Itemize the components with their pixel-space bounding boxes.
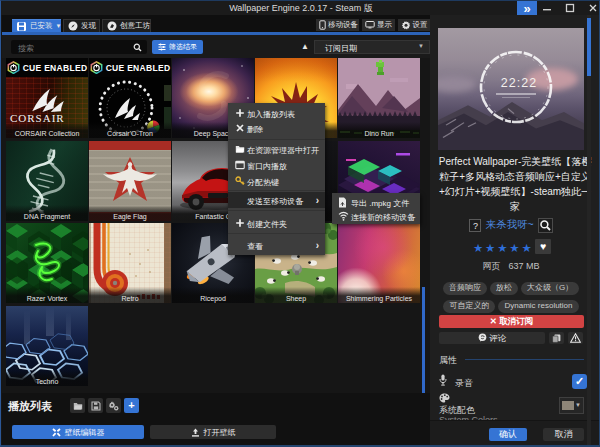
copy-button[interactable] <box>549 332 564 344</box>
sort-ascending-button[interactable]: ▲ <box>298 40 312 54</box>
playlist-open-folder-button[interactable] <box>70 398 85 413</box>
audio-option-row: 录音 ✓ <box>439 374 584 390</box>
color-picker-dropdown[interactable]: ▼ <box>559 397 584 414</box>
tag-pill[interactable]: 放松 <box>490 282 518 295</box>
rating-stars[interactable]: ★★★★★ <box>473 241 534 255</box>
playlist-settings-button[interactable] <box>106 398 121 413</box>
report-button[interactable] <box>568 332 583 344</box>
cancel-button[interactable]: 取消 <box>543 428 584 441</box>
wifi-icon <box>338 211 348 221</box>
color-dropdown-arrow-icon: ▼ <box>575 402 581 408</box>
playlist-section: 播放列表 + <box>2 393 430 421</box>
wallpaper-tile-eagle-flag[interactable]: Eagle Flag <box>89 141 171 221</box>
mobile-device-button[interactable]: 移动设备 <box>316 19 359 31</box>
tag-pill[interactable]: 大众级（G） <box>521 282 579 295</box>
audio-option-label: 录音 <box>455 377 473 390</box>
tag-list: 音频响应放松大众级（G） 可自定义的Dynamic resolution <box>430 277 592 313</box>
author-search-button[interactable] <box>538 218 553 233</box>
tile-label: Dino Run <box>338 122 420 138</box>
wallpaper-tile-corsair-collection[interactable]: CUE ENABLED CORSAIR CORSAIR Collection <box>6 58 88 138</box>
menu-item-label-add-to-playlist: 加入播放列表 <box>247 109 295 120</box>
tab-installed[interactable]: 已安装 ▼ <box>12 19 61 32</box>
favorite-button[interactable]: ♥ <box>535 239 551 254</box>
open-wallpaper-label: 打开壁纸 <box>204 427 236 438</box>
tile-label: Ricepod <box>172 287 254 303</box>
menu-item-delete[interactable]: 删除 <box>228 121 325 136</box>
app-window: Wallpaper Engine 2.0.17 - Steam 版 » 已安装 … <box>0 0 600 447</box>
playlist-save-button[interactable] <box>88 398 103 413</box>
menu-item-view[interactable]: 查看 › <box>228 238 325 253</box>
confirm-button[interactable]: 确认 <box>489 428 527 441</box>
filter-results-button[interactable]: 筛选结果 <box>152 40 203 54</box>
comment-button[interactable]: 评论 <box>439 332 545 344</box>
author-link[interactable]: 来杀我呀~ <box>485 218 533 232</box>
window-icon <box>235 160 245 170</box>
display-button[interactable]: 显示 <box>362 19 395 31</box>
wallpaper-tile-retro[interactable]: Retro <box>89 223 171 303</box>
menu-item-label-view: 查看 <box>247 241 263 252</box>
tag-pill[interactable]: Dynamic resolution <box>498 300 578 313</box>
syscolor-option-row: 系统配色 System Colors ▼ <box>439 393 584 421</box>
tab-discover[interactable]: 发现 <box>63 19 100 32</box>
search-input[interactable]: 搜索 <box>11 40 147 54</box>
playlist-add-button[interactable]: + <box>124 398 139 413</box>
cue-enabled-badge: CUE ENABLED <box>89 58 171 77</box>
menu-separator <box>228 139 325 140</box>
sidebar-scrollbar[interactable] <box>587 15 591 447</box>
wallpaper-tile-razer-vortex[interactable]: Razer Vortex <box>6 223 88 303</box>
close-button[interactable] <box>586 1 600 15</box>
settings-label: 设置 <box>413 20 428 30</box>
wallpaper-editor-label: 壁纸编辑器 <box>65 427 105 438</box>
menu-item-label-assign-hotkey: 分配热键 <box>247 177 279 188</box>
wallpaper-preview[interactable]: 22:22 <box>438 28 584 150</box>
maximize-button[interactable] <box>563 1 577 15</box>
grid-scrollbar-thumb[interactable] <box>422 287 425 393</box>
menu-item-play-in-window[interactable]: 窗口内播放 <box>228 158 325 173</box>
tile-label: CORSAIR Collection <box>6 122 88 138</box>
installed-icon <box>16 21 27 32</box>
submenu-item-export-mpkg[interactable]: 导出 .mpkg 文件 <box>332 195 420 209</box>
wallpaper-tile-corsair-o-tron[interactable]: CUE ENABLED Corsair'O-Tron <box>89 58 171 138</box>
sort-dropdown[interactable]: 订阅日期 ▼ <box>314 40 430 54</box>
minimize-button[interactable] <box>540 1 554 15</box>
menu-item-assign-hotkey[interactable]: 分配热键 <box>228 174 325 189</box>
cue-enabled-badge: CUE ENABLED <box>6 58 88 77</box>
settings-button[interactable]: 设置 <box>398 19 430 31</box>
detail-sidebar: 22:22 Perfect Wallpaper-完美壁纸【落樱粒子+多风格动态音… <box>430 15 600 447</box>
menu-item-send-to-mobile[interactable]: 发送至移动设备 › <box>228 192 325 208</box>
open-wallpaper-button[interactable]: 打开壁纸 <box>150 425 276 439</box>
close-icon <box>235 123 245 133</box>
wallpaper-tile-shimmering-particles[interactable]: Shimmering Particles <box>338 223 420 303</box>
wallpaper-tile-techno[interactable]: Techno <box>6 306 88 386</box>
wallpaper-editor-button[interactable]: 壁纸编辑器 <box>12 425 144 439</box>
type-size-row: 网页 637 MB <box>430 260 592 273</box>
unsubscribe-button[interactable]: ✕ 取消订阅 <box>439 315 584 328</box>
tag-pill[interactable]: 音频响应 <box>443 282 487 295</box>
submenu-arrow-icon: › <box>316 195 319 206</box>
folder-icon <box>235 144 245 154</box>
mobile-device-label: 移动设备 <box>328 20 358 30</box>
title-bar[interactable]: Wallpaper Engine 2.0.17 - Steam 版 » <box>1 1 600 15</box>
tile-label: Techno <box>6 370 88 386</box>
cue-badge-label: CUE ENABLED <box>23 63 88 73</box>
tile-label: Retro <box>89 287 171 303</box>
context-submenu: 导出 .mpkg 文件 连接新的移动设备 <box>332 193 420 224</box>
audio-checkbox[interactable]: ✓ <box>572 374 587 389</box>
tab-installed-label: 已安装 <box>30 21 53 31</box>
menu-item-create-folder[interactable]: 创建文件夹 <box>228 216 325 231</box>
submenu-item-connect-mobile[interactable]: 连接新的移动设备 <box>332 209 420 223</box>
cue-badge-label: CUE ENABLED <box>106 63 171 73</box>
menu-item-open-in-explorer[interactable]: 在资源管理器中打开 <box>228 142 325 157</box>
editor-icon <box>52 428 61 437</box>
wallpaper-tile-dna-fragment[interactable]: DNA Fragment <box>6 141 88 221</box>
wallpaper-tile-dino-run[interactable]: Dino Run <box>338 58 420 138</box>
clock-date-decoration <box>502 97 530 98</box>
tag-pill[interactable]: 可自定义的 <box>443 300 495 313</box>
tab-discover-label: 发现 <box>81 21 96 31</box>
menu-item-add-to-playlist[interactable]: 加入播放列表 <box>228 106 325 121</box>
search-icon <box>133 43 142 52</box>
tab-workshop[interactable]: 创意工坊 <box>102 19 151 32</box>
sidebar-scrollbar-thumb[interactable] <box>587 18 591 76</box>
clock-time: 22:22 <box>446 76 584 90</box>
playlist-title: 播放列表 <box>8 399 52 414</box>
